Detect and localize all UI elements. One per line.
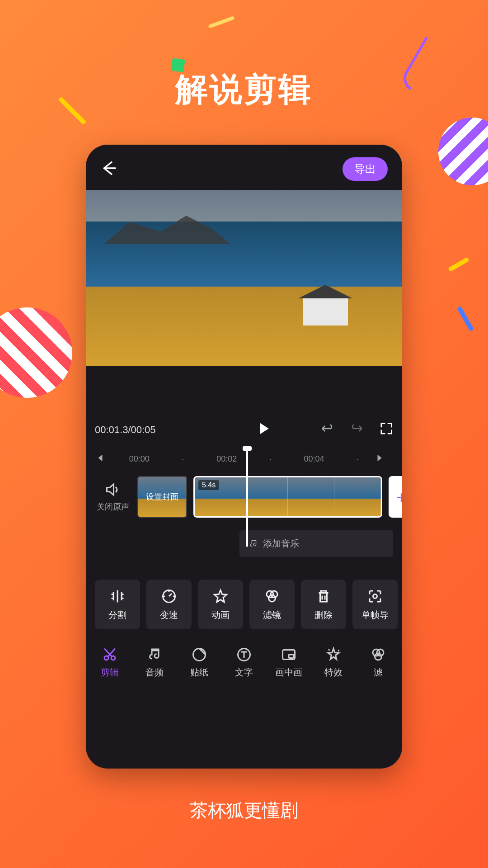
bottom-tab-bar: 剪辑 音频 贴纸 文字 画中画 特效 滤 — [86, 638, 402, 691]
tool-label: 滤镜 — [263, 609, 281, 621]
star-icon — [212, 588, 229, 604]
tab-effect[interactable]: 特效 — [313, 646, 354, 679]
add-clip-button[interactable]: ＋ — [389, 476, 402, 518]
player-controls: 00:01.3/00:05 — [86, 411, 402, 448]
sparkle-icon — [325, 646, 342, 663]
play-button[interactable] — [207, 421, 320, 439]
editor-topbar: 导出 — [86, 145, 402, 190]
text-icon — [236, 646, 252, 663]
tool-animation[interactable]: 动画 — [198, 580, 243, 629]
page-tagline: 茶杯狐更懂剧 — [0, 798, 488, 823]
trash-icon — [315, 588, 332, 604]
redo-icon — [350, 423, 364, 434]
playhead[interactable] — [246, 447, 248, 547]
sticker-icon — [191, 646, 207, 663]
tool-speed[interactable]: 变速 — [146, 580, 192, 629]
tab-text[interactable]: 文字 — [224, 646, 265, 679]
tab-edit[interactable]: 剪辑 — [89, 646, 131, 679]
set-cover-button[interactable]: 设置封面 — [137, 476, 187, 518]
mute-original-button[interactable]: 关闭原声 — [95, 481, 131, 512]
tool-delete[interactable]: 删除 — [301, 580, 346, 629]
ruler-tick: 00:02 — [216, 454, 237, 464]
redo-button[interactable] — [350, 423, 364, 437]
ruler-dot: · — [357, 454, 359, 464]
confetti — [208, 16, 235, 28]
arrow-left-icon — [100, 159, 118, 177]
plus-icon: ＋ — [393, 486, 402, 508]
tool-label: 单帧导 — [361, 609, 389, 621]
add-music-button[interactable]: 添加音乐 — [239, 530, 393, 557]
clip-frame — [334, 477, 381, 516]
goto-start-button[interactable] — [95, 453, 113, 465]
ruler-dot: · — [269, 454, 272, 464]
time-current: 00:01.3 — [95, 424, 128, 435]
preview-spacer — [86, 366, 402, 411]
tab-label: 剪辑 — [101, 666, 119, 679]
video-clip[interactable]: 5.4s — [193, 476, 382, 518]
fullscreen-icon — [380, 422, 393, 435]
filter-icon — [370, 646, 386, 663]
svg-point-13 — [375, 653, 381, 660]
time-total: 00:05 — [131, 424, 156, 435]
scissors-icon — [102, 646, 118, 663]
confetti — [448, 257, 469, 272]
timeline-ruler[interactable]: 00:00 · 00:02 · 00:04 · — [86, 448, 402, 470]
preview-content — [303, 298, 348, 326]
tab-label: 音频 — [145, 666, 164, 679]
export-button[interactable]: 导出 — [343, 157, 388, 181]
add-music-label: 添加音乐 — [263, 538, 299, 550]
decor-ball — [438, 118, 488, 185]
page-title: 解说剪辑 — [0, 68, 488, 111]
tab-label: 特效 — [324, 666, 343, 679]
tab-pip[interactable]: 画中画 — [268, 646, 309, 679]
clip-frame — [288, 477, 334, 516]
clip-frame — [241, 477, 288, 516]
time-display: 00:01.3/00:05 — [95, 424, 207, 436]
tab-label: 贴纸 — [190, 666, 208, 679]
confetti — [457, 306, 474, 332]
tab-label: 滤 — [374, 666, 383, 679]
tool-label: 分割 — [108, 609, 127, 621]
ruler-ticks: 00:00 · 00:02 · 00:04 · — [113, 454, 375, 464]
play-icon — [257, 421, 271, 436]
undo-icon — [320, 423, 334, 434]
svg-point-3 — [269, 595, 276, 602]
skip-end-icon — [375, 453, 385, 463]
music-note-icon — [249, 539, 258, 549]
speed-icon — [161, 588, 177, 604]
tool-filter[interactable]: 滤镜 — [249, 580, 295, 629]
decor-ball — [0, 307, 72, 398]
ruler-tick: 00:00 — [129, 454, 150, 464]
set-cover-label: 设置封面 — [146, 491, 178, 502]
video-preview[interactable] — [86, 190, 402, 366]
tool-split[interactable]: 分割 — [95, 580, 140, 629]
tab-filter-more[interactable]: 滤 — [357, 646, 399, 679]
speaker-icon — [105, 481, 121, 498]
filter-icon — [264, 588, 280, 604]
pip-icon — [281, 646, 297, 663]
ruler-tick: 00:04 — [304, 454, 324, 464]
skip-start-icon — [95, 453, 105, 463]
tab-label: 文字 — [235, 666, 253, 679]
undo-button[interactable] — [320, 423, 334, 437]
tab-label: 画中画 — [275, 666, 302, 679]
clip-tool-row: 分割 变速 动画 滤镜 删除 单帧导 — [86, 557, 402, 638]
goto-end-button[interactable] — [375, 453, 393, 465]
editor-phone-frame: 导出 00:01.3/00:05 00:00 · 00:02 · 00:04 · — [86, 145, 402, 769]
tool-frame-export[interactable]: 单帧导 — [352, 580, 398, 629]
svg-rect-10 — [289, 655, 294, 658]
clip-duration-badge: 5.4s — [198, 480, 219, 490]
tool-label: 变速 — [160, 609, 178, 621]
frame-export-icon — [367, 588, 383, 604]
back-button[interactable] — [100, 159, 118, 179]
ruler-dot: · — [182, 454, 184, 464]
tab-sticker[interactable]: 贴纸 — [179, 646, 220, 679]
tool-label: 动画 — [211, 609, 230, 621]
fullscreen-button[interactable] — [380, 422, 393, 438]
split-icon — [109, 588, 126, 604]
mute-label: 关闭原声 — [97, 502, 129, 511]
music-icon — [146, 646, 163, 663]
tab-audio[interactable]: 音频 — [134, 646, 175, 679]
preview-content — [104, 212, 230, 244]
timeline[interactable]: 关闭原声 设置封面 5.4s ＋ 添 — [86, 470, 402, 524]
